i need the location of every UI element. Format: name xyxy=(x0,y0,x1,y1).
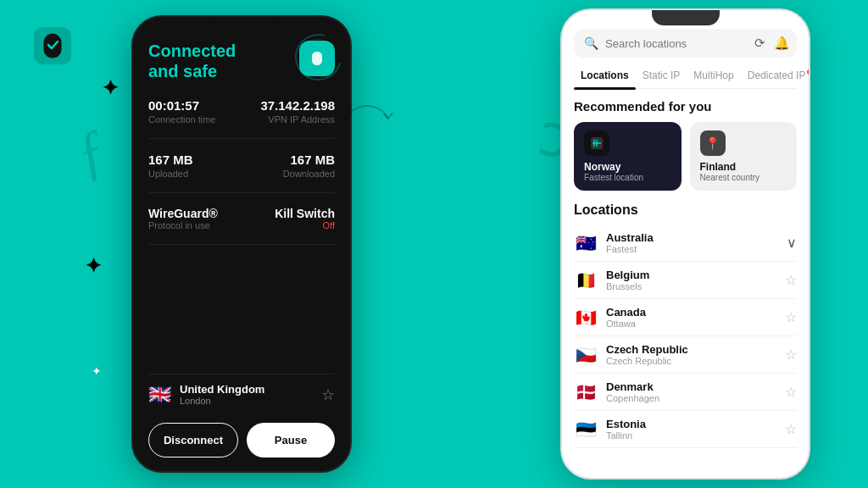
tab-locations[interactable]: Locations xyxy=(574,66,636,88)
estonia-city: Tallinn xyxy=(606,430,776,441)
kill-switch-value: Kill Switch xyxy=(275,207,335,220)
tabs-row: Locations Static IP MultiHop Dedicated I… xyxy=(574,66,797,89)
search-icon: 🔍 xyxy=(584,36,598,50)
czech-city: Czech Republic xyxy=(606,356,776,366)
estonia-flag: 🇪🇪 xyxy=(574,419,598,440)
tab-dedicated-ip[interactable]: Dedicated IP xyxy=(741,66,810,88)
connection-time-value: 00:01:57 xyxy=(148,98,216,113)
list-item[interactable]: 🇩🇰 Denmark Copenhagen ☆ xyxy=(574,374,797,411)
norway-icon xyxy=(584,130,609,156)
finland-label: Finland xyxy=(700,161,787,173)
current-location-row: 🇬🇧 United Kingdom London ☆ xyxy=(148,374,335,414)
list-item[interactable]: 🇨🇿 Czech Republic Czech Republic ☆ xyxy=(574,336,797,374)
australia-city: Fastest xyxy=(606,244,778,254)
connected-title: Connected xyxy=(148,41,236,61)
estonia-country: Estonia xyxy=(606,418,776,430)
search-action-icons: ⟳ 🔔 xyxy=(754,36,790,51)
australia-country: Australia xyxy=(606,231,778,244)
downloaded-label: Downloaded xyxy=(283,169,335,179)
vpn-ip-value: 37.142.2.198 xyxy=(260,98,335,113)
uploaded-value: 167 MB xyxy=(148,152,193,167)
finland-sublabel: Nearest country xyxy=(700,173,787,182)
curl-deco-left: ƒ xyxy=(65,115,116,189)
vpn-ip-label: VPN IP Address xyxy=(260,114,335,125)
left-notch xyxy=(208,17,275,32)
australia-flag: 🇦🇺 xyxy=(574,233,598,253)
search-bar[interactable]: 🔍 ⟳ 🔔 xyxy=(574,29,797,58)
locations-header: Locations xyxy=(574,202,797,218)
pause-button[interactable]: Pause xyxy=(247,423,335,458)
recommended-row: Norway Fastest location 📍 Finland Neares… xyxy=(574,122,797,191)
sparkle-deco-1: ✦ xyxy=(102,76,119,100)
belgium-flag: 🇧🇪 xyxy=(574,270,598,291)
shield-container xyxy=(299,41,335,76)
star-icon[interactable]: ☆ xyxy=(785,309,797,325)
downloaded-value: 167 MB xyxy=(283,152,335,167)
canada-city: Ottawa xyxy=(606,319,776,329)
sparkle-deco-5: ✦ xyxy=(92,364,102,378)
sparkle-deco-2: ✦ xyxy=(85,254,102,278)
canada-flag: 🇨🇦 xyxy=(574,308,598,328)
location-list: 🇦🇺 Australia Fastest ∨ 🇧🇪 Belgium Brusse… xyxy=(574,225,797,478)
search-input[interactable] xyxy=(605,37,748,50)
chevron-down-icon[interactable]: ∨ xyxy=(787,235,797,251)
protocol-value: WireGuard® xyxy=(148,207,218,220)
bell-icon[interactable]: 🔔 xyxy=(774,36,790,51)
phone-right: 🔍 ⟳ 🔔 Locations Static IP MultiHop Dedic… xyxy=(560,8,810,480)
canada-country: Canada xyxy=(606,306,776,319)
belgium-city: Brussels xyxy=(606,281,776,291)
arc-inner xyxy=(292,32,343,83)
uploaded-label: Uploaded xyxy=(148,169,193,179)
tab-static-ip[interactable]: Static IP xyxy=(636,66,687,88)
rec-card-finland[interactable]: 📍 Finland Nearest country xyxy=(690,122,798,191)
czech-country: Czech Republic xyxy=(606,343,776,356)
star-icon[interactable]: ☆ xyxy=(785,347,797,363)
uk-flag: 🇬🇧 xyxy=(148,384,171,406)
norway-sublabel: Fastest location xyxy=(584,173,671,182)
denmark-flag: 🇩🇰 xyxy=(574,382,598,402)
current-city: London xyxy=(180,396,313,406)
protocol-killswitch-row: WireGuard® Protocol in use Kill Switch O… xyxy=(148,207,335,245)
time-ip-row: 00:01:57 Connection time 37.142.2.198 VP… xyxy=(148,98,335,139)
list-item[interactable]: 🇧🇪 Belgium Brussels ☆ xyxy=(574,262,797,299)
upload-download-row: 167 MB Uploaded 167 MB Downloaded xyxy=(148,152,335,193)
denmark-country: Denmark xyxy=(606,380,776,393)
right-notch xyxy=(652,10,720,25)
refresh-icon[interactable]: ⟳ xyxy=(754,36,765,51)
norway-label: Norway xyxy=(584,161,671,173)
action-buttons: Disconnect Pause xyxy=(148,423,335,458)
disconnect-button[interactable]: Disconnect xyxy=(148,423,238,458)
recommended-title: Recommended for you xyxy=(574,99,797,114)
app-logo xyxy=(34,27,71,64)
current-country: United Kingdom xyxy=(180,383,313,396)
denmark-city: Copenhagen xyxy=(606,393,776,403)
list-item[interactable]: 🇨🇦 Canada Ottawa ☆ xyxy=(574,299,797,336)
star-icon[interactable]: ☆ xyxy=(785,272,797,288)
belgium-country: Belgium xyxy=(606,269,776,281)
connection-time-label: Connection time xyxy=(148,114,216,125)
list-item[interactable]: 🇪🇪 Estonia Tallinn ☆ xyxy=(574,411,797,448)
tab-multihop[interactable]: MultiHop xyxy=(687,66,740,88)
star-icon[interactable]: ☆ xyxy=(785,421,797,437)
favorite-star-btn[interactable]: ☆ xyxy=(321,385,335,404)
connection-status: Connected and safe xyxy=(148,41,236,81)
kill-switch-status: Off xyxy=(275,220,335,230)
connection-arc xyxy=(337,85,397,152)
phone-left: Connected and safe 00:01:57 Connection t… xyxy=(131,15,352,473)
finland-icon: 📍 xyxy=(700,130,726,156)
czech-flag: 🇨🇿 xyxy=(574,345,598,365)
list-item[interactable]: 🇦🇺 Australia Fastest ∨ xyxy=(574,225,797,262)
star-icon[interactable]: ☆ xyxy=(785,384,797,400)
connected-subtitle: and safe xyxy=(148,61,236,81)
rec-card-norway[interactable]: Norway Fastest location xyxy=(574,122,682,191)
protocol-label: Protocol in use xyxy=(148,220,218,230)
